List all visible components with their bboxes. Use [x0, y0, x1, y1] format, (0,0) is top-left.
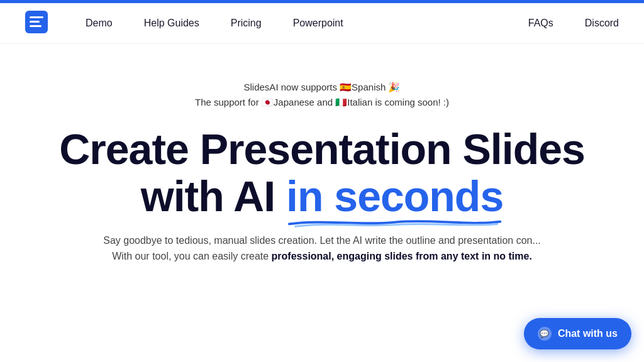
hero-title: Create Presentation Slides with AI in se…: [59, 126, 585, 220]
nav-item-help-guides[interactable]: Help Guides: [144, 18, 199, 29]
nav-left: Demo Help Guides Pricing Powerpoint: [86, 18, 528, 29]
hero-title-part1: Create Presentation Slides: [59, 125, 585, 173]
underline-decoration: [286, 216, 503, 227]
nav-item-faqs[interactable]: FAQs: [528, 18, 553, 29]
svg-rect-3: [30, 25, 42, 27]
svg-rect-2: [30, 21, 40, 23]
announcement-banner: SlidesAI now supports 🇪🇸Spanish 🎉 The su…: [195, 82, 449, 108]
hero-subtitle-bold: professional, engaging slides from any t…: [272, 251, 532, 261]
nav-item-powerpoint[interactable]: Powerpoint: [293, 18, 343, 29]
nav-item-pricing[interactable]: Pricing: [231, 18, 262, 29]
hero-subtitle-part1: Say goodbye to tedious, manual slides cr…: [103, 235, 541, 246]
hero-subtitle: Say goodbye to tedious, manual slides cr…: [103, 233, 541, 265]
chat-button-label: Chat with us: [558, 328, 618, 339]
hero-title-highlight: in seconds: [286, 173, 503, 220]
hero-subtitle-part2: With our tool, you can easily create: [112, 251, 271, 261]
nav-item-discord[interactable]: Discord: [585, 18, 619, 29]
chat-bubble-icon: 💬: [538, 327, 552, 341]
hero-title-part2: with AI: [141, 172, 286, 220]
announcement-line1: SlidesAI now supports 🇪🇸Spanish 🎉: [195, 82, 449, 93]
nav-right: FAQs Discord: [528, 18, 619, 29]
logo[interactable]: [25, 11, 48, 36]
chat-button[interactable]: 💬 Chat with us: [524, 318, 631, 349]
nav-item-demo[interactable]: Demo: [86, 18, 113, 29]
navigation: Demo Help Guides Pricing Powerpoint FAQs…: [0, 3, 644, 44]
announcement-line2: The support for 🇯🇵Japanese and 🇮🇹Italian…: [195, 97, 449, 108]
main-content: SlidesAI now supports 🇪🇸Spanish 🎉 The su…: [0, 44, 644, 265]
svg-rect-1: [30, 16, 43, 18]
